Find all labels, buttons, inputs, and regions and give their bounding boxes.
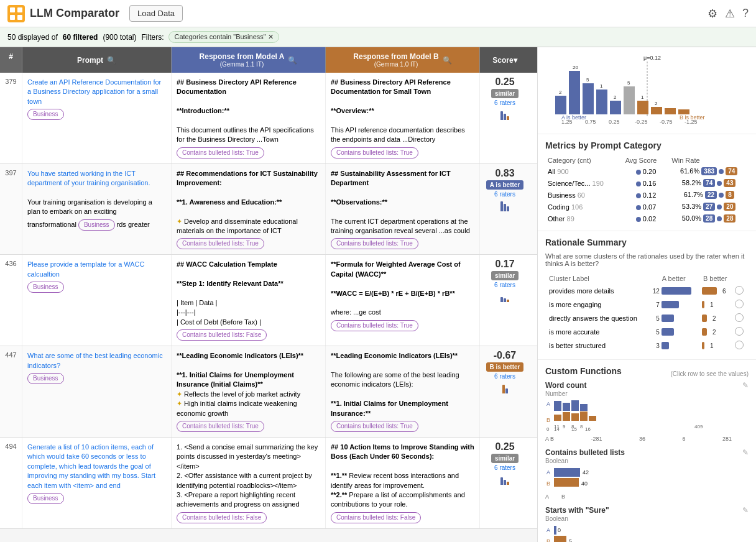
- search-response-a-icon[interactable]: 🔍: [288, 56, 297, 65]
- metrics-row[interactable]: Science/Tec... 190 0.16 58.2% 74 43: [545, 177, 749, 189]
- fn-edit-button[interactable]: ✎: [742, 506, 749, 515]
- cell-prompt: Please provide a template for a WACC cal…: [22, 255, 172, 346]
- svg-text:5: 5: [627, 80, 630, 86]
- metrics-section: Metrics by Prompt Category Category (cnt…: [538, 134, 756, 231]
- cell-scroll: [530, 438, 537, 528]
- svg-text:0: 0: [558, 527, 561, 533]
- svg-rect-39: [554, 415, 561, 421]
- word-count-chart: A B 14 15 16 0: [545, 400, 732, 434]
- cell-score: 0.25 similar 6 raters: [480, 73, 530, 163]
- cell-scroll: [530, 164, 537, 255]
- cell-response-a: ## Business Directory API Reference Docu…: [172, 73, 326, 163]
- fn-type-text: Number: [545, 390, 749, 397]
- metrics-category: All 900: [545, 165, 623, 177]
- fn-name-text: Contains bulleted lists: [545, 448, 625, 457]
- rationale-circle: [732, 285, 747, 297]
- sort-icon[interactable]: ▾: [514, 56, 517, 65]
- help-icon[interactable]: ?: [742, 7, 749, 20]
- svg-rect-19: [610, 101, 621, 114]
- prompt-link[interactable]: You have started working in the ICT depa…: [27, 170, 150, 186]
- axis-label-281: 281: [722, 436, 732, 442]
- svg-text:0.75: 0.75: [585, 119, 596, 125]
- rationale-col-label: Cluster Label: [546, 273, 648, 283]
- svg-text:20: 20: [573, 65, 578, 70]
- rationale-row: is better structured 3 1: [546, 339, 747, 352]
- metrics-winrate: 61.7% 22 8: [669, 189, 749, 201]
- metrics-row[interactable]: Coding 106 0.07 53.3% 27 20: [545, 201, 749, 213]
- prompt-link[interactable]: Create an API Reference Documentation fo…: [27, 78, 161, 105]
- settings-icon[interactable]: ⚙: [708, 7, 717, 21]
- fn-item-word-count[interactable]: Word count ✎ Number A B: [545, 381, 749, 442]
- filter-tag[interactable]: Categories contain "Business" ✕: [168, 31, 279, 43]
- fn-item-bulleted-lists[interactable]: Contains bulleted lists ✎ Boolean A 42 B…: [545, 448, 749, 500]
- metrics-winrate: 58.2% 74 43: [669, 177, 749, 189]
- svg-text:B: B: [546, 480, 550, 487]
- svg-rect-63: [554, 536, 566, 542]
- svg-text:B is better: B is better: [680, 114, 705, 121]
- prompt-link[interactable]: What are some of the best leading econom…: [27, 352, 163, 369]
- contains-badge-a: Contains bulleted lists: True: [177, 147, 264, 158]
- svg-rect-17: [583, 83, 594, 114]
- metrics-row[interactable]: Business 60 0.12 61.7% 22 8: [545, 189, 749, 201]
- cell-scroll: [530, 255, 537, 346]
- svg-rect-24: [678, 109, 689, 114]
- score-badge: similar: [491, 454, 519, 463]
- custom-fn-header: Custom Functions (Click row to see the v…: [545, 366, 749, 381]
- rationale-desc: What are some clusters of the rationales…: [545, 252, 749, 267]
- rationale-label: is better structured: [546, 339, 648, 352]
- prompt-link[interactable]: Please provide a template for a WACC cal…: [27, 260, 145, 277]
- svg-text:-0.25: -0.25: [635, 119, 648, 125]
- table-row: 494 Generate a list of 10 action items, …: [0, 438, 537, 529]
- metrics-category: Coding 106: [545, 201, 623, 213]
- fn-name-text: Starts with "Sure": [545, 506, 609, 515]
- col-header-num: #: [0, 47, 22, 73]
- metrics-row[interactable]: All 900 0.20 61.6% 383 74: [545, 165, 749, 177]
- table-row: 397 You have started working in the ICT …: [0, 164, 537, 255]
- score-badge: B is better: [486, 362, 524, 372]
- fn-item-starts-with-sure[interactable]: Starts with "Sure" ✎ Boolean A 0 B 5 A B: [545, 506, 749, 542]
- rationale-bar-b: 1: [699, 339, 731, 352]
- svg-text:2: 2: [559, 90, 562, 95]
- cell-response-b: **Formula for Weighted Average Cost of C…: [326, 255, 480, 346]
- axis-label-36: 36: [639, 436, 645, 442]
- metrics-avg: 0.07: [623, 201, 670, 213]
- row-num: 447: [0, 346, 22, 437]
- svg-rect-34: [554, 401, 561, 411]
- raters-count[interactable]: 6 raters: [482, 99, 527, 106]
- category-badge: Business: [27, 373, 64, 384]
- fn-edit-button[interactable]: ✎: [742, 448, 749, 457]
- table-section: # Prompt 🔍 Response from Model A (Gemma …: [0, 47, 537, 542]
- scroll-indicator: [530, 47, 537, 73]
- raters-count[interactable]: 6 raters: [482, 464, 527, 471]
- axis-label-281-neg: -281: [591, 436, 602, 442]
- svg-text:40: 40: [581, 480, 588, 487]
- col-header-response-b: Response from Model B (Gemma 1.0 IT) 🔍: [326, 47, 480, 73]
- category-badge: Business: [27, 109, 64, 120]
- svg-text:A: A: [546, 527, 550, 533]
- cell-scroll: [530, 73, 537, 163]
- header-icons: ⚙ ⚠ ?: [708, 7, 749, 21]
- alert-icon[interactable]: ⚠: [725, 7, 735, 21]
- rationale-row: is more engaging 7 1: [546, 298, 747, 311]
- search-prompt-icon[interactable]: 🔍: [107, 56, 116, 65]
- search-response-b-icon[interactable]: 🔍: [443, 56, 452, 65]
- svg-text:2: 2: [614, 94, 617, 100]
- svg-text:42: 42: [583, 469, 589, 475]
- cell-prompt: Create an API Reference Documentation fo…: [22, 73, 172, 163]
- rationale-circle: [732, 298, 747, 311]
- load-data-button[interactable]: Load Data: [129, 5, 183, 22]
- custom-functions-section: Custom Functions (Click row to see the v…: [538, 360, 756, 542]
- raters-count[interactable]: 6 raters: [482, 282, 527, 288]
- metrics-col-avg: Avg Score: [623, 155, 670, 165]
- fn-edit-button[interactable]: ✎: [742, 381, 749, 390]
- metrics-row[interactable]: Other 89 0.02 50.0% 28 28: [545, 213, 749, 224]
- prompt-link[interactable]: Generate a list of 10 action items, each…: [27, 443, 155, 489]
- svg-text:A: A: [546, 401, 550, 407]
- svg-text:A is better: A is better: [561, 114, 586, 121]
- raters-count[interactable]: 6 raters: [482, 191, 527, 198]
- fn-type-text: Boolean: [545, 457, 749, 464]
- app-logo: LLM Comparator: [7, 5, 129, 22]
- cell-scroll: [530, 346, 537, 437]
- mini-bar: [482, 199, 527, 211]
- raters-count[interactable]: 6 raters: [482, 373, 527, 380]
